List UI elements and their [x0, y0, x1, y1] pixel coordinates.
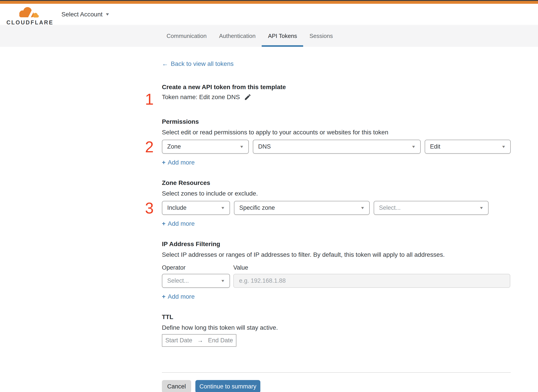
tab-sessions[interactable]: Sessions	[303, 25, 339, 47]
start-date-placeholder: Start Date	[165, 337, 192, 344]
account-selector[interactable]: Select Account ▼	[61, 4, 109, 25]
step-number-1: 1	[145, 92, 154, 107]
ip-filtering-input-row: Select... ▼	[162, 274, 511, 288]
token-name-row: 1 Token name: Edit zone DNS	[162, 93, 511, 101]
create-token-section: Create a new API token from this templat…	[162, 83, 511, 91]
ip-operator-dropdown[interactable]: Select... ▼	[162, 274, 230, 288]
zone-select-dropdown[interactable]: Select... ▼	[374, 201, 489, 215]
ip-filtering-labels: Operator Value	[162, 264, 511, 271]
back-arrow-icon: ←	[162, 60, 168, 67]
footer-divider	[162, 372, 511, 373]
chevron-down-icon: ▼	[221, 279, 225, 283]
ttl-date-range-picker[interactable]: Start Date → End Date	[162, 334, 236, 347]
zone-type-dropdown[interactable]: Specific zone ▼	[234, 201, 370, 215]
ip-filtering-heading: IP Address Filtering	[162, 240, 511, 248]
account-selector-label: Select Account	[61, 11, 103, 18]
back-to-tokens-link[interactable]: ← Back to view all tokens	[162, 60, 511, 67]
permissions-description: Select edit or read permissions to apply…	[162, 129, 511, 136]
step-number-3: 3	[145, 201, 154, 216]
right-arrow-icon: →	[197, 337, 203, 344]
tab-api-tokens[interactable]: API Tokens	[262, 25, 303, 47]
ttl-section: TTL Define how long this token will stay…	[162, 313, 511, 347]
permissions-add-more-link[interactable]: + Add more	[162, 159, 195, 166]
plus-icon: +	[162, 159, 165, 166]
edit-token-name-button[interactable]	[244, 93, 252, 101]
chevron-down-icon: ▼	[105, 12, 110, 17]
tab-authentication[interactable]: Authentication	[213, 25, 262, 47]
cloudflare-cloud-icon	[16, 5, 40, 19]
zone-include-dropdown[interactable]: Include ▼	[162, 201, 230, 215]
cancel-button[interactable]: Cancel	[162, 380, 191, 392]
ip-filtering-add-more-link[interactable]: + Add more	[162, 293, 195, 300]
chevron-down-icon: ▼	[501, 145, 506, 149]
top-orange-strip	[0, 1, 538, 4]
cloudflare-logo-text: CLOUDFLARE	[6, 19, 50, 26]
permissions-section: Permissions Select edit or read permissi…	[162, 118, 511, 166]
chevron-down-icon: ▼	[411, 145, 416, 149]
value-label: Value	[233, 264, 248, 271]
chevron-down-icon: ▼	[479, 206, 484, 210]
zone-resources-heading: Zone Resources	[162, 179, 511, 187]
chevron-down-icon: ▼	[360, 206, 365, 210]
permissions-dropdown-row: 2 Zone ▼ DNS ▼ Edit ▼	[162, 140, 511, 154]
cloudflare-logo[interactable]: CLOUDFLARE	[6, 5, 50, 26]
step-number-2: 2	[145, 139, 154, 155]
plus-icon: +	[162, 220, 165, 227]
create-token-heading: Create a new API token from this templat…	[162, 83, 511, 91]
footer-actions: Cancel Continue to summary	[162, 380, 511, 392]
ttl-description: Define how long this token will stay act…	[162, 324, 511, 331]
zone-resources-section: Zone Resources Select zones to include o…	[162, 179, 511, 227]
plus-icon: +	[162, 293, 165, 300]
chevron-down-icon: ▼	[239, 145, 244, 149]
zone-resources-description: Select zones to include or exclude.	[162, 190, 511, 197]
tab-bar: Communication Authentication API Tokens …	[0, 25, 538, 47]
ip-filtering-description: Select IP addresses or ranges of IP addr…	[162, 251, 511, 258]
ip-filtering-section: IP Address Filtering Select IP addresses…	[162, 240, 511, 300]
permission-scope-dropdown[interactable]: Zone ▼	[162, 140, 249, 154]
chevron-down-icon: ▼	[221, 206, 225, 210]
back-link-label: Back to view all tokens	[171, 60, 234, 67]
ttl-heading: TTL	[162, 313, 511, 321]
pencil-icon	[244, 93, 252, 101]
operator-label: Operator	[162, 264, 233, 271]
token-name-text: Token name: Edit zone DNS	[162, 93, 240, 101]
end-date-placeholder: End Date	[208, 337, 233, 344]
ip-value-input[interactable]	[233, 274, 510, 288]
continue-to-summary-button[interactable]: Continue to summary	[195, 380, 260, 392]
permissions-heading: Permissions	[162, 118, 511, 126]
permission-resource-dropdown[interactable]: DNS ▼	[253, 140, 421, 154]
zone-resources-dropdown-row: 3 Include ▼ Specific zone ▼ Select... ▼	[162, 201, 511, 215]
tab-communication[interactable]: Communication	[160, 25, 213, 47]
zone-resources-add-more-link[interactable]: + Add more	[162, 220, 195, 227]
app-header: CLOUDFLARE Select Account ▼	[0, 4, 538, 25]
permission-access-dropdown[interactable]: Edit ▼	[425, 140, 511, 154]
